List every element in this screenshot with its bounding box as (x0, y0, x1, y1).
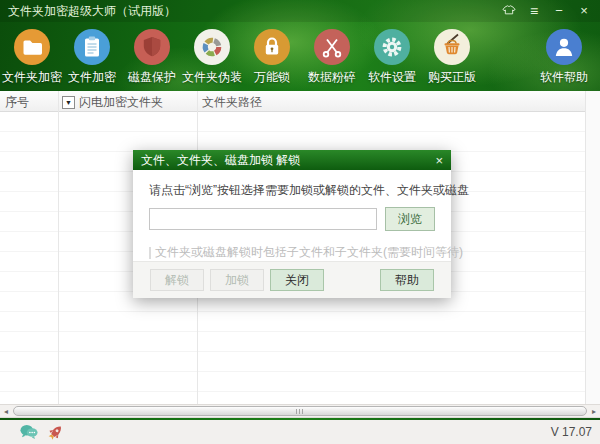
lock-button[interactable]: 加锁 (210, 269, 264, 291)
browse-button[interactable]: 浏览 (385, 207, 435, 231)
basket-icon (433, 28, 471, 66)
column-header-index[interactable]: 序号 (5, 94, 29, 111)
dialog-titlebar: 文件、文件夹、磁盘加锁 解锁 × (133, 150, 451, 170)
version-label: V 17.07 (551, 425, 592, 439)
person-icon (545, 28, 583, 66)
lock-icon (253, 28, 291, 66)
toolbar-item-universal-lock[interactable]: 万能锁 (242, 28, 302, 91)
window-controls: ≡ − × (501, 3, 592, 19)
toolbar-item-settings[interactable]: 软件设置 (362, 28, 422, 91)
toolbar-label: 软件帮助 (540, 69, 588, 86)
toolbar-item-folder-disguise[interactable]: 文件夹伪装 (182, 28, 242, 91)
dialog-title: 文件、文件夹、磁盘加锁 解锁 (141, 152, 300, 169)
column-header-folder[interactable]: ▼ 闪电加密文件夹 (62, 94, 163, 111)
dialog-footer: 解锁 加锁 关闭 帮助 (133, 261, 451, 298)
help-button[interactable]: 帮助 (380, 269, 434, 291)
toolbar-item-data-shred[interactable]: 数据粉碎 (302, 28, 362, 91)
statusbar: V 17.07 (0, 420, 600, 444)
close-button[interactable]: × (576, 4, 592, 18)
scrollbar-grip-icon (296, 409, 304, 414)
menu-icon[interactable]: ≡ (526, 4, 542, 18)
column-header-path[interactable]: 文件夹路径 (202, 94, 262, 111)
table-header: 序号 ▼ 闪电加密文件夹 文件夹路径 (0, 91, 600, 112)
toolbar-label: 万能锁 (254, 69, 290, 86)
toolbar-item-disk-protect[interactable]: 磁盘保护 (122, 28, 182, 91)
gear-icon (373, 28, 411, 66)
window-title: 文件夹加密超级大师（试用版） (8, 3, 176, 20)
toolbar-label: 软件设置 (368, 69, 416, 86)
toolbar-label: 磁盘保护 (128, 69, 176, 86)
toolbar-item-file-encrypt[interactable]: 文件加密 (62, 28, 122, 91)
toolbar-item-folder-encrypt[interactable]: 文件夹加密 (2, 28, 62, 91)
path-input[interactable] (149, 208, 377, 230)
chat-icon[interactable] (19, 423, 39, 441)
toolbar-label: 文件夹加密 (2, 69, 62, 86)
column-divider (58, 91, 59, 404)
include-subfolders-row: 文件夹或磁盘解锁时包括子文件和子文件夹(需要时间等待) (149, 244, 435, 261)
toolbar-label: 文件加密 (68, 69, 116, 86)
skin-icon[interactable] (501, 3, 517, 19)
shield-icon (133, 28, 171, 66)
unlock-button[interactable]: 解锁 (150, 269, 204, 291)
folder-icon (13, 28, 51, 66)
lock-unlock-dialog: 文件、文件夹、磁盘加锁 解锁 × 请点击“浏览”按钮选择需要加锁或解锁的文件、文… (133, 150, 451, 298)
minimize-button[interactable]: − (551, 4, 567, 18)
toolbar-label: 购买正版 (428, 69, 476, 86)
scissors-icon (313, 28, 351, 66)
vertical-scrollbar[interactable] (585, 91, 600, 404)
toolbar-item-help[interactable]: 软件帮助 (534, 28, 594, 91)
horizontal-scrollbar[interactable]: ◂ ▸ (0, 404, 600, 418)
toolbar-item-buy[interactable]: 购买正版 (422, 28, 482, 91)
dialog-body: 请点击“浏览”按钮选择需要加锁或解锁的文件、文件夹或磁盘 浏览 文件夹或磁盘解锁… (133, 170, 451, 261)
rocket-icon[interactable] (46, 423, 65, 442)
column-header-folder-label: 闪电加密文件夹 (79, 94, 163, 111)
toolbar-label: 文件夹伪装 (182, 69, 242, 86)
disguise-icon (193, 28, 231, 66)
include-subfolders-checkbox[interactable] (149, 247, 151, 259)
shirt-icon (501, 3, 517, 16)
toolbar-label: 数据粉碎 (308, 69, 356, 86)
close-dialog-button[interactable]: 关闭 (270, 269, 324, 291)
filter-icon[interactable]: ▼ (62, 96, 75, 109)
scrollbar-thumb[interactable] (13, 406, 587, 416)
toolbar: 文件夹加密 文件加密 磁盘保护 (0, 22, 600, 91)
window-titlebar: 文件夹加密超级大师（试用版） ≡ − × (0, 0, 600, 22)
scroll-left-arrow-icon[interactable]: ◂ (0, 405, 12, 417)
path-input-row: 浏览 (149, 207, 435, 231)
file-icon (73, 28, 111, 66)
scroll-right-arrow-icon[interactable]: ▸ (588, 405, 600, 417)
dialog-close-icon[interactable]: × (435, 154, 443, 167)
dialog-instruction: 请点击“浏览”按钮选择需要加锁或解锁的文件、文件夹或磁盘 (149, 182, 435, 199)
include-subfolders-label: 文件夹或磁盘解锁时包括子文件和子文件夹(需要时间等待) (155, 244, 463, 261)
